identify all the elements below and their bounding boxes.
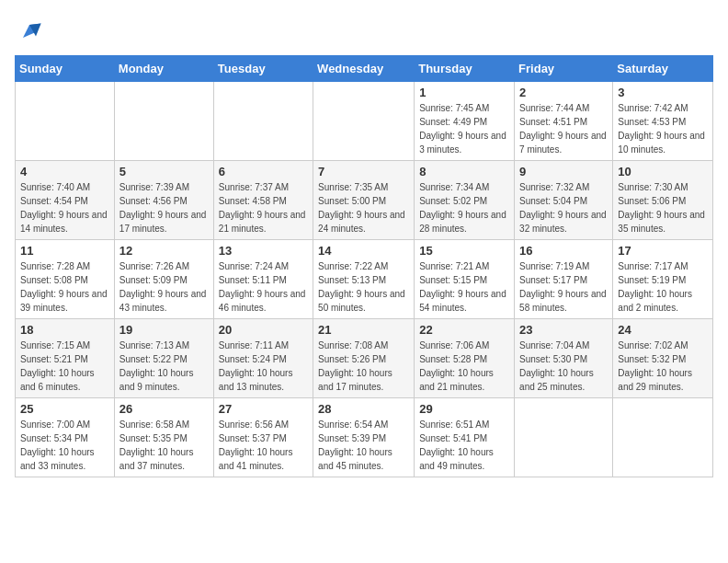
day-info: Sunrise: 7:11 AM Sunset: 5:24 PM Dayligh… [219,339,308,394]
calendar-cell: 28Sunrise: 6:54 AM Sunset: 5:39 PM Dayli… [313,398,415,477]
day-number: 17 [618,244,708,258]
day-number: 14 [318,244,409,258]
calendar-cell: 20Sunrise: 7:11 AM Sunset: 5:24 PM Dayli… [213,319,313,398]
day-info: Sunrise: 7:32 AM Sunset: 5:04 PM Dayligh… [519,180,608,236]
logo-bird-icon [17,18,42,44]
day-number: 28 [318,402,409,416]
column-header-tuesday: Tuesday [213,56,313,82]
day-info: Sunrise: 7:35 AM Sunset: 5:00 PM Dayligh… [318,180,409,236]
day-info: Sunrise: 7:37 AM Sunset: 4:58 PM Dayligh… [219,180,308,236]
day-number: 2 [519,86,608,99]
day-number: 24 [618,323,708,337]
calendar-cell: 11Sunrise: 7:28 AM Sunset: 5:08 PM Dayli… [16,240,115,319]
calendar-cell: 26Sunrise: 6:58 AM Sunset: 5:35 PM Dayli… [114,398,213,477]
calendar-cell [213,82,313,161]
calendar-cell [16,82,115,161]
calendar-cell: 19Sunrise: 7:13 AM Sunset: 5:22 PM Dayli… [114,319,213,398]
calendar-cell: 4Sunrise: 7:40 AM Sunset: 4:54 PM Daylig… [16,161,115,240]
calendar-cell: 15Sunrise: 7:21 AM Sunset: 5:15 PM Dayli… [415,240,515,319]
day-info: Sunrise: 7:00 AM Sunset: 5:34 PM Dayligh… [20,418,109,473]
column-header-saturday: Saturday [613,56,713,82]
calendar-cell [613,398,713,477]
calendar-week-row: 1Sunrise: 7:45 AM Sunset: 4:49 PM Daylig… [16,82,713,161]
day-info: Sunrise: 7:02 AM Sunset: 5:32 PM Dayligh… [618,339,708,394]
day-number: 18 [20,323,109,337]
logo-text [15,18,42,48]
day-info: Sunrise: 7:19 AM Sunset: 5:17 PM Dayligh… [519,259,608,315]
calendar-cell: 29Sunrise: 6:51 AM Sunset: 5:41 PM Dayli… [415,398,515,477]
day-number: 11 [20,244,109,258]
day-number: 25 [20,402,109,416]
calendar-cell: 18Sunrise: 7:15 AM Sunset: 5:21 PM Dayli… [16,319,115,398]
day-number: 7 [318,165,409,178]
calendar-cell: 16Sunrise: 7:19 AM Sunset: 5:17 PM Dayli… [515,240,613,319]
day-info: Sunrise: 7:45 AM Sunset: 4:49 PM Dayligh… [419,101,509,156]
day-number: 29 [419,402,509,416]
day-info: Sunrise: 7:44 AM Sunset: 4:51 PM Dayligh… [519,101,608,156]
day-info: Sunrise: 7:08 AM Sunset: 5:26 PM Dayligh… [318,339,409,394]
day-number: 10 [618,165,708,178]
calendar-week-row: 18Sunrise: 7:15 AM Sunset: 5:21 PM Dayli… [16,319,713,398]
logo [15,18,42,48]
calendar-week-row: 4Sunrise: 7:40 AM Sunset: 4:54 PM Daylig… [16,161,713,240]
calendar-cell: 21Sunrise: 7:08 AM Sunset: 5:26 PM Dayli… [313,319,415,398]
calendar-cell [313,82,415,161]
day-info: Sunrise: 7:22 AM Sunset: 5:13 PM Dayligh… [318,259,409,315]
column-header-sunday: Sunday [16,56,115,82]
day-info: Sunrise: 7:26 AM Sunset: 5:09 PM Dayligh… [119,259,209,315]
calendar-week-row: 25Sunrise: 7:00 AM Sunset: 5:34 PM Dayli… [16,398,713,477]
calendar-cell: 7Sunrise: 7:35 AM Sunset: 5:00 PM Daylig… [313,161,415,240]
day-info: Sunrise: 6:51 AM Sunset: 5:41 PM Dayligh… [419,418,509,473]
day-number: 21 [318,323,409,337]
day-info: Sunrise: 7:40 AM Sunset: 4:54 PM Dayligh… [20,180,109,236]
calendar-cell: 22Sunrise: 7:06 AM Sunset: 5:28 PM Dayli… [415,319,515,398]
day-info: Sunrise: 6:58 AM Sunset: 5:35 PM Dayligh… [119,418,209,473]
column-header-thursday: Thursday [415,56,515,82]
day-number: 27 [219,402,308,416]
calendar-cell [114,82,213,161]
calendar-cell: 13Sunrise: 7:24 AM Sunset: 5:11 PM Dayli… [213,240,313,319]
day-number: 12 [119,244,209,258]
calendar-header-row: SundayMondayTuesdayWednesdayThursdayFrid… [16,56,713,82]
day-number: 20 [219,323,308,337]
calendar-cell: 5Sunrise: 7:39 AM Sunset: 4:56 PM Daylig… [114,161,213,240]
day-number: 4 [20,165,109,178]
column-header-monday: Monday [114,56,213,82]
calendar-cell: 1Sunrise: 7:45 AM Sunset: 4:49 PM Daylig… [415,82,515,161]
calendar-cell: 10Sunrise: 7:30 AM Sunset: 5:06 PM Dayli… [613,161,713,240]
day-info: Sunrise: 7:04 AM Sunset: 5:30 PM Dayligh… [519,339,608,394]
column-header-friday: Friday [515,56,613,82]
day-info: Sunrise: 6:56 AM Sunset: 5:37 PM Dayligh… [219,418,308,473]
day-info: Sunrise: 7:28 AM Sunset: 5:08 PM Dayligh… [20,259,109,315]
calendar-cell: 23Sunrise: 7:04 AM Sunset: 5:30 PM Dayli… [515,319,613,398]
day-number: 8 [419,165,509,178]
day-number: 9 [519,165,608,178]
calendar-cell [515,398,613,477]
calendar-cell: 14Sunrise: 7:22 AM Sunset: 5:13 PM Dayli… [313,240,415,319]
day-info: Sunrise: 7:42 AM Sunset: 4:53 PM Dayligh… [618,101,708,156]
calendar-cell: 3Sunrise: 7:42 AM Sunset: 4:53 PM Daylig… [613,82,713,161]
day-number: 15 [419,244,509,258]
day-number: 5 [119,165,209,178]
day-info: Sunrise: 7:13 AM Sunset: 5:22 PM Dayligh… [119,339,209,394]
calendar-cell: 27Sunrise: 6:56 AM Sunset: 5:37 PM Dayli… [213,398,313,477]
day-number: 16 [519,244,608,258]
day-number: 6 [219,165,308,178]
day-info: Sunrise: 7:39 AM Sunset: 4:56 PM Dayligh… [119,180,209,236]
day-number: 1 [419,86,509,99]
day-number: 22 [419,323,509,337]
calendar-cell: 17Sunrise: 7:17 AM Sunset: 5:19 PM Dayli… [613,240,713,319]
day-number: 26 [119,402,209,416]
day-info: Sunrise: 7:06 AM Sunset: 5:28 PM Dayligh… [419,339,509,394]
day-info: Sunrise: 7:21 AM Sunset: 5:15 PM Dayligh… [419,259,509,315]
header [15,15,713,48]
calendar-cell: 9Sunrise: 7:32 AM Sunset: 5:04 PM Daylig… [515,161,613,240]
day-info: Sunrise: 7:17 AM Sunset: 5:19 PM Dayligh… [618,259,708,315]
calendar-table: SundayMondayTuesdayWednesdayThursdayFrid… [15,55,713,477]
column-header-wednesday: Wednesday [313,56,415,82]
day-info: Sunrise: 7:15 AM Sunset: 5:21 PM Dayligh… [20,339,109,394]
day-number: 19 [119,323,209,337]
calendar-cell: 25Sunrise: 7:00 AM Sunset: 5:34 PM Dayli… [16,398,115,477]
day-number: 3 [618,86,708,99]
calendar-cell: 12Sunrise: 7:26 AM Sunset: 5:09 PM Dayli… [114,240,213,319]
